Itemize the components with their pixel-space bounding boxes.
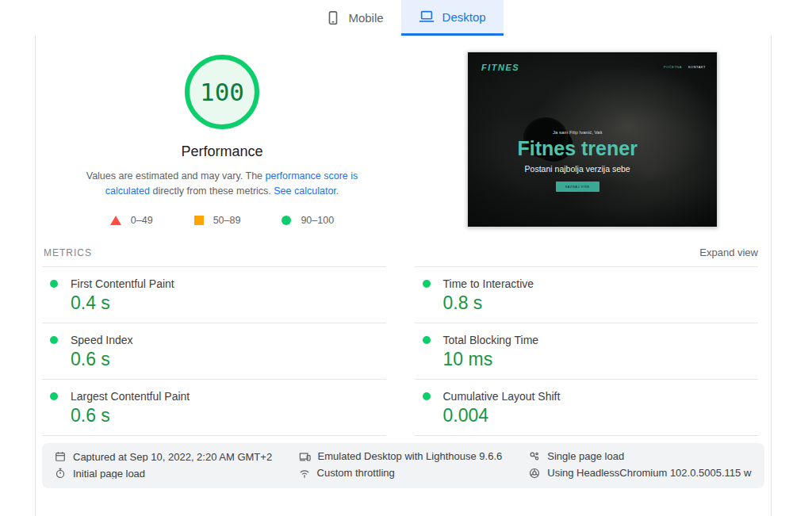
pass-dot-icon [423,280,431,288]
calendar-icon [55,451,66,462]
tab-mobile[interactable]: Mobile [308,0,400,36]
tab-mobile-label: Mobile [348,11,383,25]
capture-time-label: Captured at Sep 10, 2022, 2:20 AM GMT+2 [73,451,272,462]
stopwatch-icon [55,468,66,479]
metric-name: Total Blocking Time [443,334,539,346]
pass-dot-icon [50,392,58,400]
score-column: 100 Performance Values are estimated and… [36,52,408,227]
metric-name: Largest Contentful Paint [71,390,190,403]
tab-desktop-label: Desktop [442,10,486,24]
browser-info-label: Using HeadlessChromium 102.0.5005.115 wi… [547,468,752,479]
emulated-device: Emulated Desktop with Lighthouse 9.6.6 [299,451,522,462]
mobile-phone-icon [326,10,340,26]
emulated-device-label: Emulated Desktop with Lighthouse 9.6.6 [318,451,503,462]
metrics-grid: First Contentful Paint 0.4 s Speed Index… [42,266,758,436]
legend-pass: 90–100 [282,215,334,226]
metric-name: Time to Interactive [443,277,534,290]
pass-circle-icon [282,216,291,225]
disclaimer-text: Values are estimated and may vary. The [86,170,266,182]
metric-value: 10 ms [443,349,759,370]
legend-average: 50–89 [194,215,241,226]
legend-pass-label: 90–100 [301,215,334,226]
metric-value: 0.6 s [71,405,386,426]
capture-time: Captured at Sep 10, 2022, 2:20 AM GMT+2 [55,451,291,462]
pass-dot-icon [50,336,58,344]
devices-icon [299,451,311,462]
metric-cumulative-layout-shift: Cumulative Layout Shift 0.004 [415,379,759,435]
run-info-bar: Captured at Sep 10, 2022, 2:20 AM GMT+2 … [42,443,764,488]
metric-name: Cumulative Layout Shift [443,390,561,403]
hero-intro: Ja sam Filip Ivanić, Vaš [468,130,687,135]
pass-dot-icon [50,280,58,288]
chromium-icon [529,468,540,479]
hero-title: Fitnes trener [468,137,687,160]
expand-view-button[interactable]: Expand view [699,247,758,258]
initial-page-load-label: Initial page load [73,468,145,479]
metrics-column-left: First Contentful Paint 0.4 s Speed Index… [42,266,386,436]
nodes-icon [529,451,540,462]
hero-button: SAZNAJ VIŠE [556,182,599,192]
metric-value: 0.4 s [71,292,386,314]
performance-score: 100 [200,78,244,106]
initial-page-load: Initial page load [55,468,291,479]
performance-title: Performance [36,143,408,160]
site-nav: POČETNA KONTAKT [664,65,706,69]
desktop-laptop-icon [419,10,435,24]
pass-dot-icon [423,392,431,400]
score-legend: 0–49 50–89 90–100 [36,215,408,226]
page-screenshot-thumbnail: FITNES POČETNA KONTAKT Ja sam Filip Ivan… [467,52,718,227]
metric-first-contentful-paint: First Contentful Paint 0.4 s [42,266,386,323]
fail-triangle-icon [110,216,121,225]
metrics-section: METRICS Expand view First Contentful Pai… [36,247,771,436]
disclaimer-text: directly from these metrics. [150,185,274,197]
report-card: 100 Performance Values are estimated and… [35,36,772,516]
site-nav-link: POČETNA [664,65,682,69]
metric-value: 0.6 s [71,349,386,370]
site-nav-link: KONTAKT [688,65,706,69]
see-calculator-link[interactable]: See calculator [274,185,336,197]
hero-subtitle: Postani najbolja verzija sebe [468,164,687,174]
metric-value: 0.004 [443,405,759,426]
metric-value: 0.8 s [443,292,759,314]
browser-info: Using HeadlessChromium 102.0.5005.115 wi… [529,468,752,479]
pass-dot-icon [423,336,431,344]
metric-name: Speed Index [71,334,133,346]
legend-average-label: 50–89 [213,215,241,226]
metrics-column-right: Time to Interactive 0.8 s Total Blocking… [415,266,759,436]
performance-gauge[interactable]: 100 [185,55,259,129]
legend-fail-label: 0–49 [131,215,153,226]
metric-name: First Contentful Paint [71,277,174,290]
metric-time-to-interactive: Time to Interactive 0.8 s [415,266,759,323]
site-logo: FITNES [481,63,519,72]
average-square-icon [194,216,204,225]
hero-text-block: Ja sam Filip Ivanić, Vaš Fitnes trener P… [468,130,687,192]
metric-total-blocking-time: Total Blocking Time 10 ms [415,323,759,379]
throttling-info: Custom throttling [299,468,522,479]
device-tabbar: Mobile Desktop [0,0,812,36]
throttling-label: Custom throttling [317,468,395,479]
metric-largest-contentful-paint: Largest Contentful Paint 0.6 s [42,379,386,435]
tab-desktop[interactable]: Desktop [401,0,504,36]
legend-fail: 0–49 [110,215,153,226]
metrics-heading: METRICS [44,247,92,258]
disclaimer-text: . [336,185,339,197]
page-load-type-label: Single page load [547,451,624,462]
network-signal-icon [299,468,310,479]
screenshot-column: FITNES POČETNA KONTAKT Ja sam Filip Ivan… [408,52,771,227]
metrics-header: METRICS Expand view [42,247,758,266]
metric-speed-index: Speed Index 0.6 s [42,323,386,379]
score-section: 100 Performance Values are estimated and… [36,52,771,227]
page-load-type: Single page load [529,451,752,462]
score-disclaimer: Values are estimated and may vary. The p… [63,169,381,199]
